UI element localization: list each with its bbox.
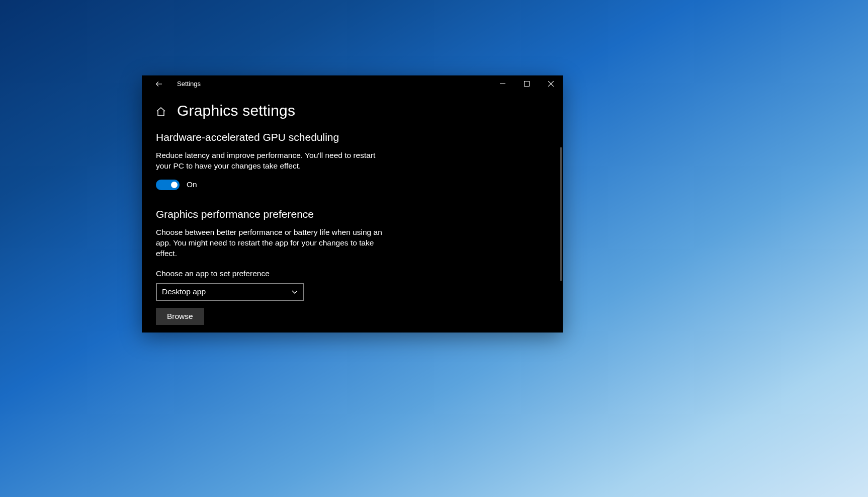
back-button[interactable] — [149, 75, 169, 92]
window-title: Settings — [177, 80, 201, 88]
svg-rect-1 — [524, 81, 529, 87]
gpu-scheduling-toggle[interactable] — [156, 180, 180, 190]
choose-app-label: Choose an app to set preference — [156, 269, 549, 278]
home-icon — [156, 107, 166, 117]
gpu-scheduling-toggle-label: On — [187, 180, 197, 189]
maximize-icon — [524, 81, 530, 87]
gpu-scheduling-description: Reduce latency and improve performance. … — [156, 150, 387, 172]
dropdown-selected-value: Desktop app — [162, 287, 206, 296]
titlebar: Settings — [142, 75, 563, 92]
chevron-down-icon — [291, 288, 298, 295]
performance-pref-description: Choose between better performance or bat… — [156, 227, 387, 259]
settings-window: Settings — [142, 75, 563, 333]
toggle-thumb — [171, 182, 178, 188]
browse-button[interactable]: Browse — [156, 308, 204, 325]
page-header: Graphics settings — [156, 102, 549, 119]
app-type-dropdown[interactable]: Desktop app — [156, 283, 304, 301]
minimize-button[interactable] — [490, 75, 514, 92]
content-area: Graphics settings Hardware-accelerated G… — [142, 92, 563, 333]
gpu-scheduling-heading: Hardware-accelerated GPU scheduling — [156, 131, 549, 143]
close-icon — [548, 81, 554, 87]
home-button[interactable] — [156, 107, 166, 117]
scrollbar[interactable] — [560, 147, 562, 281]
gpu-scheduling-toggle-row: On — [156, 180, 549, 190]
close-button[interactable] — [539, 75, 563, 92]
window-controls — [490, 75, 563, 92]
performance-pref-heading: Graphics performance preference — [156, 208, 549, 220]
maximize-button[interactable] — [514, 75, 539, 92]
minimize-icon — [500, 81, 505, 87]
back-arrow-icon — [155, 80, 163, 88]
svg-rect-0 — [500, 84, 505, 84]
page-title: Graphics settings — [177, 102, 295, 119]
